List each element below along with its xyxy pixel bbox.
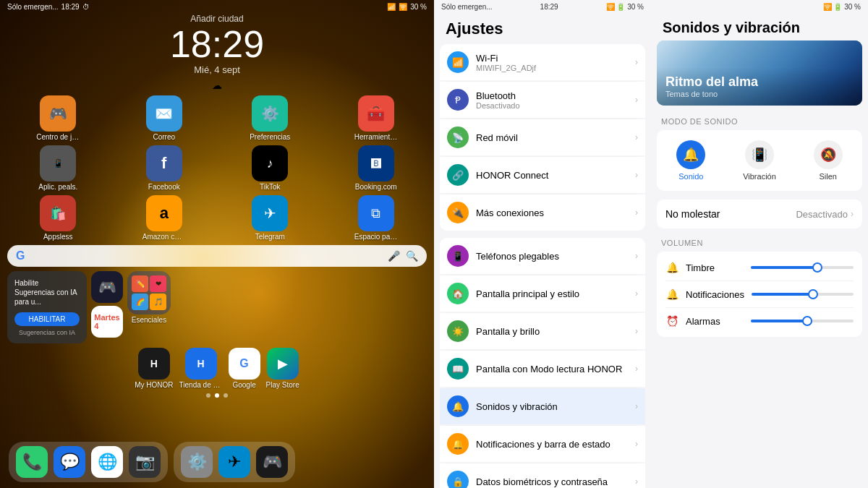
sounds-content: Ritmo del alma Temas de tono MODO DE SON… xyxy=(651,40,868,488)
app-my-honor[interactable]: H My HONOR xyxy=(135,348,173,389)
pantalla-principal-item-text: Pantalla principal y estilo xyxy=(476,288,628,299)
dock-telegram[interactable]: ✈ xyxy=(218,446,250,478)
alarmas-thumb[interactable] xyxy=(802,316,812,326)
no-molestar-value: Desactivado xyxy=(796,209,848,220)
app-play-store[interactable]: ▶ Play Store xyxy=(266,348,299,389)
microphone-icon[interactable]: 🎤 xyxy=(388,250,400,262)
timbre-slider[interactable] xyxy=(751,266,854,269)
dock-callofduty[interactable]: 🎮 xyxy=(256,446,288,478)
settings-item-pantalla-principal[interactable]: 🏠 Pantalla principal y estilo › xyxy=(440,275,645,312)
volume-section-label: VOLUMEN xyxy=(657,236,862,252)
app-espacio[interactable]: ⧉ Espacio paralelo xyxy=(326,195,427,241)
app-google[interactable]: G Google xyxy=(229,348,260,389)
app-tiktok[interactable]: ♪ TikTok xyxy=(219,145,321,191)
app-amazon[interactable]: a Amazon compras xyxy=(114,195,216,241)
dock-camera[interactable]: 📷 xyxy=(129,446,161,478)
settings-item-datos-biometricos[interactable]: 🔒 Datos biométricos y contraseña › xyxy=(440,463,645,488)
sound-mode-vibracion[interactable]: 📳 Vibración xyxy=(726,136,794,185)
dock-phone[interactable]: 📞 xyxy=(16,446,48,478)
sound-mode-silencio[interactable]: 🔕 Silen xyxy=(793,136,862,185)
alarmas-icon: ⏰ xyxy=(665,315,678,327)
bottom-apps-row: H My HONOR H Tienda de aplicaciones G Go… xyxy=(0,348,434,389)
app-label: My HONOR xyxy=(135,381,173,389)
dock-messages[interactable]: 💬 xyxy=(54,446,85,478)
settings-item-honor-connect[interactable]: 🔗 HONOR Connect › xyxy=(440,157,645,193)
no-molestar-row[interactable]: No molestar Desactivado › xyxy=(657,200,862,228)
app-icon: 📱 xyxy=(40,145,76,181)
telefonos-chevron: › xyxy=(635,251,638,261)
timbre-thumb[interactable] xyxy=(812,262,822,273)
vibracion-icon: 📳 xyxy=(752,147,767,163)
app-tienda[interactable]: H Tienda de aplicaciones xyxy=(179,348,223,389)
dock-chrome[interactable]: 🌐 xyxy=(91,446,123,478)
phone-home-screen: Sólo emergen... 18:29 ⏱ 📶 🛜 30 % Añadir … xyxy=(0,0,434,488)
app-herramientas[interactable]: 🧰 Herramientas xyxy=(326,95,427,141)
wifi-icon: 🛜 xyxy=(399,3,407,11)
honor-connect-icon: 🔗 xyxy=(452,170,464,181)
settings-wifi-icon: 🛜 xyxy=(606,3,615,11)
settings-item-sonidos[interactable]: 🔔 Sonidos y vibración › xyxy=(440,388,645,424)
settings-item-mas-conexiones[interactable]: 🔌 Más conexiones › xyxy=(440,194,645,231)
app-icon: H xyxy=(138,348,170,380)
folder-mini-4: 🎵 xyxy=(150,294,166,310)
settings-item-pantalla-brillo[interactable]: ☀️ Pantalla y brillo › xyxy=(440,313,645,349)
settings-status-time: 18:29 xyxy=(540,3,558,11)
battery-text: 30 % xyxy=(410,3,427,11)
pantalla-lectura-chevron: › xyxy=(635,364,638,374)
mas-conexiones-label: Más conexiones xyxy=(476,207,628,218)
app-centro-juegos[interactable]: 🎮 Centro de juegos xyxy=(7,95,109,141)
settings-item-telefonos[interactable]: 📱 Teléfonos plegables › xyxy=(440,238,645,274)
settings-item-red-movil[interactable]: 📡 Red móvil › xyxy=(440,119,645,155)
settings-item-pantalla-lectura[interactable]: 📖 Pantalla con Modo lectura HONOR › xyxy=(440,351,645,387)
app-telegram[interactable]: ✈ Telegram xyxy=(219,195,321,241)
city-label[interactable]: Añadir ciudad xyxy=(0,14,434,24)
datos-biometricos-item-text: Datos biométricos y contraseña xyxy=(476,476,628,487)
app-callofduty[interactable]: 🎮 xyxy=(91,271,123,303)
app-booking[interactable]: 🅱 Booking.com xyxy=(326,145,427,191)
settings-item-wifi[interactable]: 📶 Wi-Fi MIWIFI_2G_ADjf › xyxy=(440,44,645,80)
settings-item-bluetooth[interactable]: Ᵽ Bluetooth Desactivado › xyxy=(440,82,645,118)
app-correo[interactable]: ✉️ Correo xyxy=(114,95,216,141)
essentials-folder[interactable]: ✏️ ❤ 🌈 🎵 Esenciales xyxy=(127,271,171,343)
sound-mode-sonido[interactable]: 🔔 Sonido xyxy=(657,136,726,185)
lens-icon[interactable]: 🔍 xyxy=(406,250,418,262)
notificaciones-thumb[interactable] xyxy=(808,289,818,299)
ia-suggestion-card: Habilite Sugerencias con IA para u... HA… xyxy=(7,271,87,343)
dock-settings[interactable]: ⚙️ xyxy=(181,446,213,478)
volume-timbre: 🔔 Timbre xyxy=(657,254,862,281)
alarmas-fill xyxy=(751,320,807,322)
sounds-status-bar: 🛜 🔋 30 % xyxy=(651,0,868,14)
settings-item-notificaciones[interactable]: 🔔 Notificaciones y barra de estado › xyxy=(440,426,645,462)
ringtone-subtitle: Temas de tono xyxy=(665,90,854,98)
ringtone-card[interactable]: Ritmo del alma Temas de tono xyxy=(657,40,862,106)
app-label: Booking.com xyxy=(355,183,397,191)
app-appsless[interactable]: 🛍️ Appsless xyxy=(7,195,109,241)
ia-enable-button[interactable]: HABILITAR xyxy=(14,312,80,326)
app-preferencias[interactable]: ⚙️ Preferencias xyxy=(219,95,321,141)
app-facebook[interactable]: f Facebook xyxy=(114,145,216,191)
sounds-status-right: 🛜 🔋 30 % xyxy=(823,3,861,11)
sonidos-icon-circle: 🔔 xyxy=(447,395,469,417)
notificaciones-vol-icon: 🔔 xyxy=(665,288,678,300)
status-left: Sólo emergen... 18:29 ⏱ xyxy=(7,3,90,11)
alarmas-label: Alarmas xyxy=(686,316,744,327)
mas-conexiones-chevron: › xyxy=(635,207,638,218)
honor-connect-label: HONOR Connect xyxy=(476,170,628,181)
app-calendar[interactable]: Martes4 xyxy=(91,306,123,338)
notificaciones-chevron: › xyxy=(635,439,638,449)
clock-display: 18:29 xyxy=(0,25,434,63)
app-label: Amazon compras xyxy=(142,233,186,241)
notificaciones-item-text: Notificaciones y barra de estado xyxy=(476,439,628,450)
app-aplic[interactable]: 📱 Aplic. peals. xyxy=(7,145,109,191)
red-movil-item-text: Red móvil xyxy=(476,132,628,143)
status-right: 📶 🛜 30 % xyxy=(387,3,427,11)
notificaciones-vol-label: Notificaciones xyxy=(686,289,744,300)
pantalla-brillo-chevron: › xyxy=(635,326,638,336)
bluetooth-value: Desactivado xyxy=(476,101,628,110)
weather-icon: ☁ xyxy=(0,80,434,91)
telefonos-icon-circle: 📱 xyxy=(447,245,469,267)
telefonos-item-text: Teléfonos plegables xyxy=(476,251,628,262)
alarmas-slider[interactable] xyxy=(751,320,854,322)
notificaciones-slider[interactable] xyxy=(752,293,854,296)
search-bar[interactable]: G 🎤 🔍 xyxy=(7,245,427,267)
